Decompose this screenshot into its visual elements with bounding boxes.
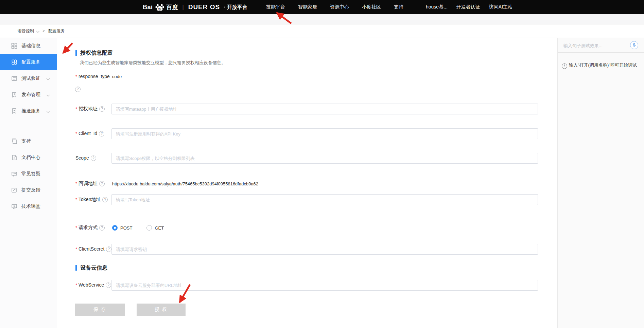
brand-logo[interactable]: Bai du 百度 | DUER OS · 开放平台 bbox=[143, 0, 247, 14]
help-icon[interactable]: ? bbox=[75, 87, 81, 92]
subnav-strip bbox=[0, 14, 644, 24]
field-help-row: ? bbox=[75, 86, 81, 92]
chevron-down-icon[interactable] bbox=[36, 29, 40, 33]
document-icon bbox=[11, 154, 17, 161]
sidebar-item-label: 发布管理 bbox=[21, 92, 40, 98]
logo-divider: | bbox=[182, 4, 184, 10]
user-account[interactable]: house慕... bbox=[426, 4, 448, 10]
sidebar-item-test-verify[interactable]: 测试验证 bbox=[0, 70, 57, 87]
bookmark-plus-icon bbox=[11, 108, 17, 114]
breadcrumb: 语音控制 > 配置服务 bbox=[0, 25, 644, 37]
platform-label: · 开放平台 bbox=[224, 4, 247, 11]
auth-url-input[interactable] bbox=[111, 104, 538, 114]
help-icon[interactable]: ? bbox=[106, 247, 111, 252]
nav-item-resource-center[interactable]: 资源中心 bbox=[330, 4, 349, 10]
field-label: *Token地址? bbox=[75, 197, 108, 203]
required-asterisk: * bbox=[75, 247, 77, 252]
edit-pencil-icon bbox=[11, 187, 17, 193]
radio-post[interactable]: POST bbox=[112, 225, 132, 231]
client-id-input[interactable] bbox=[111, 128, 538, 139]
test-sentence-row bbox=[558, 38, 644, 53]
token-url-input[interactable] bbox=[111, 194, 538, 205]
microphone-icon bbox=[632, 43, 636, 47]
nav-item-skill-platform[interactable]: 技能平台 bbox=[266, 4, 285, 10]
sidebar-link-label: 支持 bbox=[21, 138, 31, 144]
section-title-device-cloud: 设备云信息 bbox=[75, 265, 107, 271]
nav-menu: 技能平台 智能家居 资源中心 小度社区 支持 bbox=[266, 0, 403, 14]
help-icon[interactable]: ? bbox=[91, 156, 96, 161]
help-icon[interactable]: ? bbox=[99, 106, 105, 112]
sidebar-item-push-service[interactable]: 推送服务 bbox=[0, 103, 57, 119]
sidebar-item-label: 推送服务 bbox=[21, 108, 40, 114]
save-button[interactable]: 保 存 bbox=[75, 304, 125, 316]
nav-item-smart-home[interactable]: 智能家居 bbox=[298, 4, 317, 10]
svg-text:du: du bbox=[158, 7, 161, 10]
field-row-callback-url: *回调地址? https://xiaodu.baidu.com/saiya/au… bbox=[57, 181, 557, 187]
sidebar-link-faq[interactable]: 常见答疑 bbox=[0, 166, 57, 182]
webservice-input[interactable] bbox=[111, 280, 538, 291]
authorize-button[interactable]: 授 权 bbox=[137, 304, 186, 316]
field-label: *回调地址? bbox=[75, 181, 105, 187]
chevron-down-icon bbox=[47, 109, 50, 113]
required-asterisk: * bbox=[75, 197, 77, 202]
sidebar-item-label: 测试验证 bbox=[21, 75, 40, 81]
breadcrumb-parent[interactable]: 语音控制 bbox=[18, 28, 34, 34]
sidebar: 基础信息 配置服务 测试验证 bbox=[0, 38, 57, 328]
help-icon[interactable]: ? bbox=[99, 225, 105, 231]
help-icon[interactable]: ? bbox=[99, 181, 105, 186]
mic-button[interactable] bbox=[630, 41, 638, 49]
config-service-icon bbox=[11, 59, 17, 65]
field-row-client-id: *Client_Id? bbox=[57, 128, 557, 139]
field-label: *请求方式? bbox=[75, 225, 105, 231]
section-title-auth-config: 授权信息配置 bbox=[75, 50, 113, 56]
required-asterisk: * bbox=[75, 74, 77, 79]
baidu-logo-cn: 百度 bbox=[167, 3, 178, 11]
nav-item-xiaodu-community[interactable]: 小度社区 bbox=[362, 4, 381, 10]
sidebar-item-config-service[interactable]: 配置服务 bbox=[0, 54, 57, 70]
sidebar-item-label: 基础信息 bbox=[21, 43, 40, 49]
sidebar-item-publish-manage[interactable]: 发布管理 bbox=[0, 87, 57, 103]
sidebar-link-support[interactable]: 支持 bbox=[0, 133, 57, 149]
scope-input[interactable] bbox=[111, 153, 538, 164]
required-asterisk: * bbox=[75, 283, 77, 288]
sidebar-item-basic-info[interactable]: 基础信息 bbox=[0, 38, 57, 54]
test-tip: !输入"打开(调用名称)"即可开始调试 bbox=[562, 62, 641, 69]
nav-item-developer-cert[interactable]: 开发者认证 bbox=[456, 4, 480, 10]
required-asterisk: * bbox=[75, 131, 77, 136]
required-asterisk: * bbox=[75, 181, 77, 186]
radio-get[interactable]: GET bbox=[146, 225, 164, 231]
field-label: *授权地址? bbox=[75, 106, 105, 112]
required-asterisk: * bbox=[75, 225, 77, 230]
sidebar-item-label: 配置服务 bbox=[21, 59, 40, 65]
callback-url-value: https://xiaodu.baidu.com/saiya/auth/7546… bbox=[112, 181, 258, 186]
presentation-play-icon bbox=[11, 203, 17, 209]
help-icon[interactable]: ? bbox=[106, 283, 111, 288]
field-label: *Client_Id? bbox=[75, 131, 104, 136]
field-row-response-type: *response_type code bbox=[57, 74, 557, 80]
request-method-radio-group: POST GET bbox=[112, 222, 164, 233]
section-description: 我们已经为您生成智能家居类技能交互模型，您只需要授权相应设备信息。 bbox=[80, 60, 226, 66]
client-secret-input[interactable] bbox=[111, 244, 538, 255]
sidebar-link-label: 常见答疑 bbox=[21, 171, 40, 177]
help-icon[interactable]: ? bbox=[99, 131, 104, 136]
page: Bai du 百度 | DUER OS · 开放平台 技能平台 智能家居 资源中… bbox=[0, 0, 644, 328]
sidebar-link-feedback[interactable]: 提交反馈 bbox=[0, 182, 57, 198]
test-panel: !输入"打开(调用名称)"即可开始调试 bbox=[557, 38, 644, 328]
nav-item-support[interactable]: 支持 bbox=[394, 4, 403, 10]
sidebar-link-tech-class[interactable]: 技术课堂 bbox=[0, 198, 57, 215]
field-label: *ClientSecret? bbox=[75, 246, 111, 252]
chat-bubble-icon bbox=[11, 171, 17, 177]
sidebar-link-label: 技术课堂 bbox=[21, 203, 40, 209]
nav-item-visit-ai-site[interactable]: 访问AI主站 bbox=[489, 4, 512, 10]
main-content: 授权信息配置 我们已经为您生成智能家居类技能交互模型，您只需要授权相应设备信息。… bbox=[57, 38, 557, 328]
page-body: 基础信息 配置服务 测试验证 bbox=[0, 38, 644, 328]
help-icon[interactable]: ? bbox=[102, 197, 108, 202]
field-row-client-secret: *ClientSecret? bbox=[57, 244, 557, 255]
sidebar-link-doc-center[interactable]: 文档中心 bbox=[0, 149, 57, 166]
field-row-scope: Scope? bbox=[57, 153, 557, 164]
chevron-down-icon bbox=[47, 77, 50, 80]
copy-pages-icon bbox=[11, 138, 17, 144]
sidebar-link-label: 文档中心 bbox=[21, 154, 40, 161]
grid-icon bbox=[11, 43, 17, 49]
test-sentence-input[interactable] bbox=[563, 40, 622, 51]
